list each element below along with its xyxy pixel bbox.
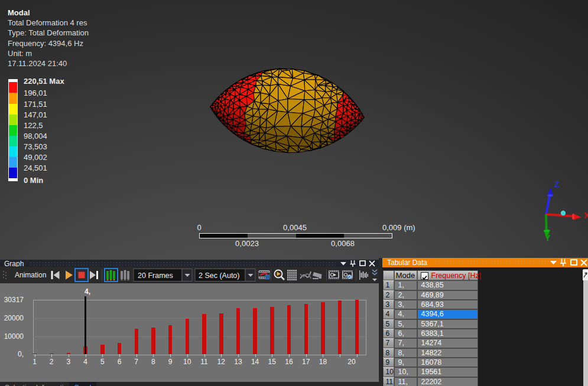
svg-text:20 Frames: 20 Frames xyxy=(138,271,173,280)
svg-text:X: X xyxy=(584,211,588,220)
svg-text:Y: Y xyxy=(545,233,551,243)
svg-text:2 Sec (Auto): 2 Sec (Auto) xyxy=(199,271,239,280)
svg-text:Z: Z xyxy=(554,179,560,189)
